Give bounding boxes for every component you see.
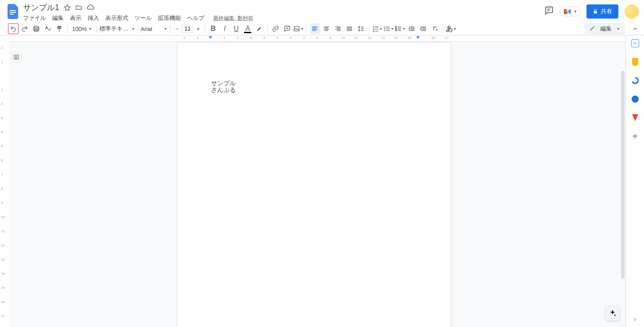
cloud-status-icon[interactable] [87,4,95,11]
align-justify-button[interactable] [344,23,355,34]
zoom-select[interactable]: 100%▼ [70,26,94,32]
tasks-app-icon[interactable] [631,76,640,85]
insert-image-button[interactable]: ▼ [293,23,304,34]
hide-menus-button[interactable] [630,23,640,34]
editing-mode-select[interactable]: 編集 ▼ [585,23,625,35]
comment-history-icon[interactable] [544,6,554,17]
share-label: 共有 [601,8,612,15]
svg-text:3: 3 [395,29,397,31]
meet-caret-icon: ▼ [574,10,577,14]
meet-button[interactable]: ▼ [560,7,580,16]
paragraph-style-select[interactable]: 標準テキス... [100,25,130,33]
app-header: サンプル1 ファイル 編集 表示 挿入 表示形式 ツール 拡張機能 ヘルプ 最終… [0,0,644,22]
horizontal-ruler[interactable]: 2 1 1 2 3 4 5 6 7 8 9 10 11 12 13 14 15 … [9,35,625,42]
bold-button[interactable]: B [208,23,218,34]
calendar-app-icon[interactable] [631,39,640,48]
svg-rect-13 [386,30,390,31]
star-icon[interactable] [64,4,71,11]
indent-decrease-button[interactable] [406,23,417,34]
redo-button[interactable] [19,23,30,34]
undo-button[interactable] [8,23,19,34]
indent-increase-button[interactable] [418,23,429,34]
paint-format-button[interactable] [54,23,65,34]
move-folder-icon[interactable] [75,4,82,11]
bulleted-list-button[interactable]: ▼ [383,23,394,34]
pencil-icon [589,25,595,33]
menu-extensions[interactable]: 拡張機能 [158,14,181,22]
lock-icon [593,9,598,14]
menu-view[interactable]: 表示 [70,14,81,22]
svg-rect-12 [386,28,390,29]
doc-title[interactable]: サンプル1 [23,2,59,13]
italic-button[interactable]: I [219,23,230,34]
maps-app-icon[interactable] [631,113,640,122]
text-line[interactable]: サンプル [211,80,417,87]
menu-format[interactable]: 表示形式 [105,14,128,22]
last-edit-label[interactable]: 最終編集: 数秒前 [213,15,253,22]
font-size-decrease-button[interactable]: − [173,25,181,33]
menu-help[interactable]: ヘルプ [187,14,204,22]
font-size-input[interactable]: 11 [182,25,193,33]
menu-tools[interactable]: ツール [134,14,152,22]
menu-file[interactable]: ファイル [23,14,46,22]
align-center-button[interactable] [321,23,332,34]
hide-sidepanel-button[interactable]: › [634,315,636,323]
print-button[interactable] [31,23,42,34]
insert-link-button[interactable] [270,23,281,34]
show-outline-button[interactable] [12,52,21,62]
underline-button[interactable]: U [231,23,242,34]
line-spacing-button[interactable] [356,23,366,34]
menu-edit[interactable]: 編集 [52,14,64,22]
indent-marker-left-icon[interactable] [209,36,212,39]
input-tools-button[interactable]: あ▼ [446,23,456,34]
svg-rect-0 [10,10,16,11]
toolbar: 100%▼ 標準テキス...▼ Arial▼ − 11 + B I U A ▼ … [0,22,644,35]
side-panel: + › [625,35,644,327]
account-avatar[interactable] [625,4,639,19]
svg-point-10 [384,30,385,31]
numbered-list-button[interactable]: 123▼ [395,23,406,34]
svg-rect-2 [10,14,14,15]
spellcheck-button[interactable] [42,23,53,34]
keep-app-icon[interactable] [631,58,640,66]
align-right-button[interactable] [333,23,343,34]
svg-point-9 [384,28,385,30]
contacts-app-icon[interactable] [631,95,640,104]
get-addons-button[interactable]: + [631,132,640,141]
svg-rect-1 [10,12,16,13]
align-left-button[interactable] [310,23,320,34]
docs-logo-icon[interactable] [5,4,21,19]
font-family-select[interactable]: Arial [141,26,163,32]
menu-bar: ファイル 編集 表示 挿入 表示形式 ツール 拡張機能 ヘルプ 最終編集: 数秒… [23,13,544,23]
text-color-button[interactable]: A [242,23,253,34]
vertical-ruler: 2 1 1 2 3 4 5 6 7 8 9 10 11 12 13 14 15 … [0,35,9,327]
page-body[interactable]: サンプル さんぷる [177,43,451,131]
indent-marker-right-icon[interactable] [416,36,420,39]
document-canvas[interactable]: 2 1 1 2 3 4 5 6 7 8 9 10 11 12 13 14 15 … [9,35,625,327]
text-line[interactable]: さんぷる [211,87,417,93]
explore-button[interactable] [605,306,620,321]
menu-insert[interactable]: 挿入 [88,14,99,22]
highlight-color-button[interactable] [254,23,264,34]
document-page[interactable]: サンプル さんぷる [177,42,451,327]
share-button[interactable]: 共有 [586,4,618,19]
clear-formatting-button[interactable] [429,23,440,34]
add-comment-button[interactable] [282,23,292,34]
svg-rect-11 [386,27,390,27]
vertical-scrollbar[interactable] [621,71,625,283]
svg-point-8 [384,27,385,28]
checklist-button[interactable]: ▼ [372,23,383,34]
font-size-increase-button[interactable]: + [194,25,202,33]
